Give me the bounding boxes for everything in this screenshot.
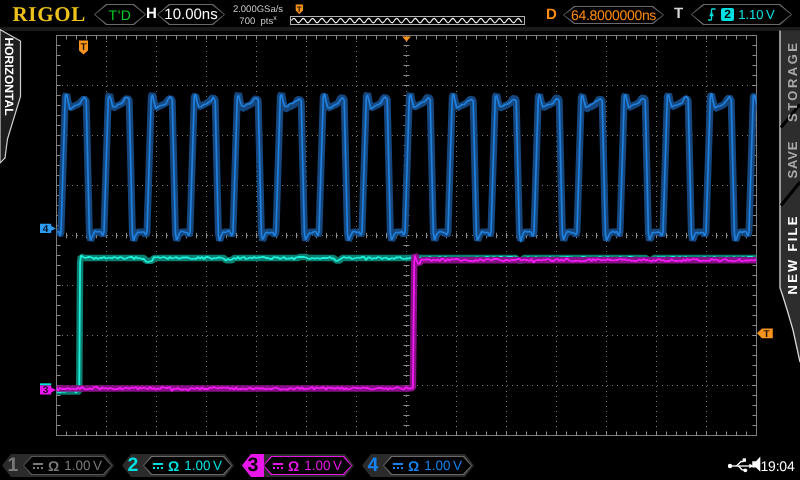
svg-text:3: 3 bbox=[43, 385, 49, 396]
svg-text:T: T bbox=[763, 329, 769, 340]
svg-text:4: 4 bbox=[43, 224, 49, 235]
svg-text:T: T bbox=[297, 5, 302, 14]
svg-text:T: T bbox=[80, 42, 86, 53]
svg-text:NEW FILE: NEW FILE bbox=[785, 216, 800, 294]
svg-text:SAVE: SAVE bbox=[785, 141, 800, 178]
svg-text:STORAGE: STORAGE bbox=[785, 43, 800, 122]
svg-text:HORIZONTAL: HORIZONTAL bbox=[2, 38, 16, 116]
